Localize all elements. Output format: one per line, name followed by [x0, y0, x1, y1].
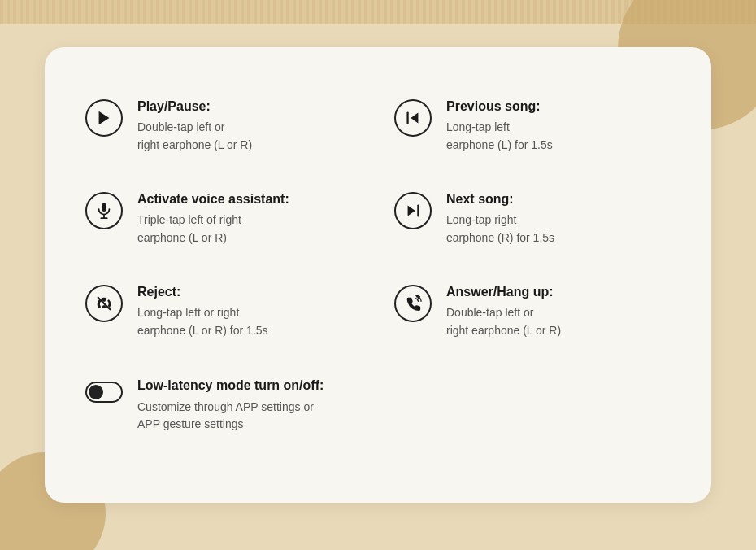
list-item: Next song: Long-tap rightearphone (R) fo… — [378, 172, 671, 265]
info-card: Play/Pause: Double-tap left orright earp… — [45, 47, 711, 503]
play-pause-text: Play/Pause: Double-tap left orright earp… — [137, 98, 252, 155]
svg-marker-6 — [408, 205, 415, 216]
svg-marker-1 — [411, 113, 418, 124]
low-latency-text: Low-latency mode turn on/off: Customize … — [137, 377, 324, 434]
items-grid: Play/Pause: Double-tap left orright earp… — [85, 80, 671, 452]
play-pause-title: Play/Pause: — [137, 98, 252, 116]
previous-song-icon — [394, 99, 432, 137]
reject-desc: Long-tap left or rightearphone (L or R) … — [137, 304, 268, 339]
list-item: Reject: Long-tap left or rightearphone (… — [85, 265, 378, 358]
answer-hangup-desc: Double-tap left orright earphone (L or R… — [446, 304, 561, 339]
answer-hangup-text: Answer/Hang up: Double-tap left orright … — [446, 283, 561, 340]
list-item: Activate voice assistant: Triple-tap lef… — [85, 172, 378, 265]
low-latency-desc: Customize through APP settings orAPP ges… — [137, 399, 324, 434]
next-song-text: Next song: Long-tap rightearphone (R) fo… — [446, 190, 554, 247]
list-item: Low-latency mode turn on/off: Customize … — [85, 357, 378, 452]
previous-song-text: Previous song: Long-tap leftearphone (L)… — [446, 98, 553, 155]
voice-assistant-title: Activate voice assistant: — [137, 190, 289, 208]
low-latency-title: Low-latency mode turn on/off: — [137, 377, 324, 395]
next-song-desc: Long-tap rightearphone (R) for 1.5s — [446, 212, 554, 247]
reject-text: Reject: Long-tap left or rightearphone (… — [137, 283, 268, 340]
previous-song-desc: Long-tap leftearphone (L) for 1.5s — [446, 119, 553, 154]
microphone-icon — [85, 192, 123, 229]
list-item: Previous song: Long-tap leftearphone (L)… — [378, 80, 671, 172]
list-item: Play/Pause: Double-tap left orright earp… — [85, 80, 378, 172]
next-song-icon — [394, 192, 432, 229]
voice-assistant-desc: Triple-tap left of rightearphone (L or R… — [137, 212, 289, 247]
reject-icon — [85, 285, 123, 322]
next-song-title: Next song: — [446, 190, 554, 208]
toggle-icon — [85, 382, 123, 403]
play-pause-icon — [85, 99, 123, 137]
svg-rect-3 — [102, 203, 106, 212]
play-pause-desc: Double-tap left orright earphone (L or R… — [137, 119, 252, 154]
voice-assistant-text: Activate voice assistant: Triple-tap lef… — [137, 190, 289, 247]
answer-hangup-title: Answer/Hang up: — [446, 283, 561, 301]
empty-cell — [378, 357, 671, 452]
reject-title: Reject: — [137, 283, 268, 301]
svg-marker-0 — [99, 111, 110, 125]
answer-hangup-icon — [394, 285, 432, 322]
list-item: Answer/Hang up: Double-tap left orright … — [378, 265, 671, 358]
previous-song-title: Previous song: — [446, 98, 553, 116]
